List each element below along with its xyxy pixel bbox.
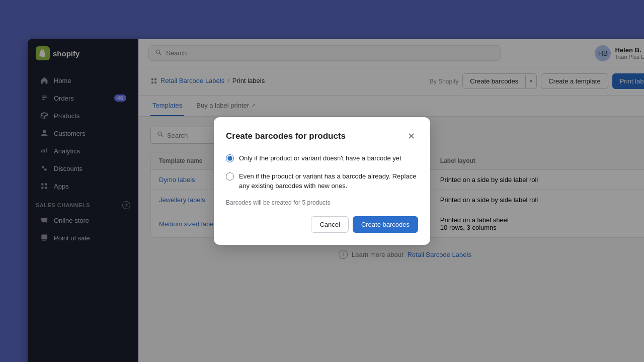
radio-input-1[interactable] [226,154,234,162]
modal-footer: Cancel Create barcodes [226,216,418,233]
modal-cancel-button[interactable]: Cancel [311,216,348,233]
radio-label-2: Even if the product or variant has a bar… [239,171,418,191]
modal-title: Create barcodes for products [226,131,346,141]
modal-overlay: Create barcodes for products ✕ Only if t… [0,0,644,362]
modal-close-button[interactable]: ✕ [404,129,418,143]
radio-option-2[interactable]: Even if the product or variant has a bar… [226,171,418,191]
modal-create-button[interactable]: Create barcodes [353,216,418,233]
radio-input-2[interactable] [226,172,234,180]
radio-option-1[interactable]: Only if the product or variant doesn't h… [226,153,418,163]
modal-status: Barcodes will be created for 5 products [226,199,418,206]
modal-header: Create barcodes for products ✕ [226,129,418,143]
create-barcodes-modal: Create barcodes for products ✕ Only if t… [214,117,430,245]
radio-label-1: Only if the product or variant doesn't h… [239,153,401,163]
